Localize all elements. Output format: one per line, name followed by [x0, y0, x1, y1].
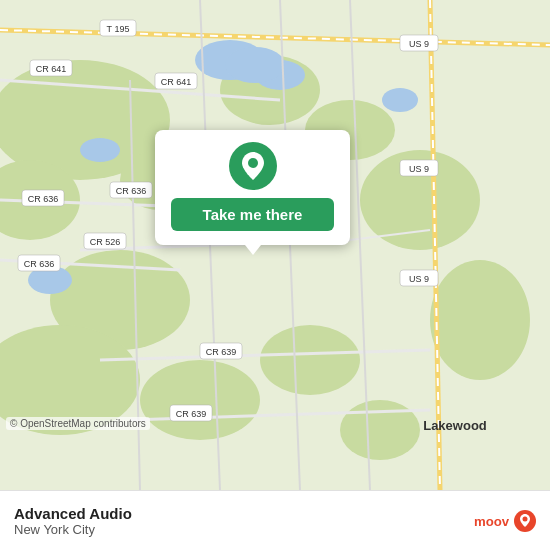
- map-card: Take me there: [155, 130, 350, 245]
- svg-text:CR 639: CR 639: [176, 409, 207, 419]
- svg-text:T 195: T 195: [107, 24, 130, 34]
- svg-text:US 9: US 9: [409, 164, 429, 174]
- svg-point-16: [80, 138, 120, 162]
- svg-point-15: [225, 47, 285, 83]
- svg-point-9: [340, 400, 420, 460]
- svg-text:CR 526: CR 526: [90, 237, 121, 247]
- svg-text:US 9: US 9: [409, 39, 429, 49]
- svg-text:CR 641: CR 641: [36, 64, 67, 74]
- moovit-logo-svg: moovit: [474, 503, 510, 539]
- svg-point-6: [260, 325, 360, 395]
- svg-point-65: [523, 516, 528, 521]
- svg-text:CR 639: CR 639: [206, 347, 237, 357]
- svg-text:Lakewood: Lakewood: [423, 418, 487, 433]
- location-pin-icon: [229, 142, 277, 190]
- svg-point-8: [430, 260, 530, 380]
- map-container: CR 641 CR 641 CR 636 CR 636 CR 526 CR 52…: [0, 0, 550, 490]
- svg-point-17: [382, 88, 418, 112]
- bottom-info: Advanced Audio New York City: [14, 505, 132, 537]
- take-me-there-button[interactable]: Take me there: [171, 198, 334, 231]
- svg-text:moovit: moovit: [474, 514, 510, 529]
- svg-text:CR 636: CR 636: [116, 186, 147, 196]
- svg-text:CR 641: CR 641: [161, 77, 192, 87]
- location-city: New York City: [14, 522, 132, 537]
- bottom-bar: Advanced Audio New York City moovit: [0, 490, 550, 550]
- svg-text:CR 636: CR 636: [28, 194, 59, 204]
- moovit-logo: moovit: [474, 503, 536, 539]
- svg-point-62: [248, 158, 258, 168]
- map-attribution: © OpenStreetMap contributors: [6, 417, 150, 430]
- moovit-pin-icon: [514, 510, 536, 532]
- svg-text:US 9: US 9: [409, 274, 429, 284]
- svg-text:CR 636: CR 636: [24, 259, 55, 269]
- location-name: Advanced Audio: [14, 505, 132, 522]
- svg-point-5: [140, 360, 260, 440]
